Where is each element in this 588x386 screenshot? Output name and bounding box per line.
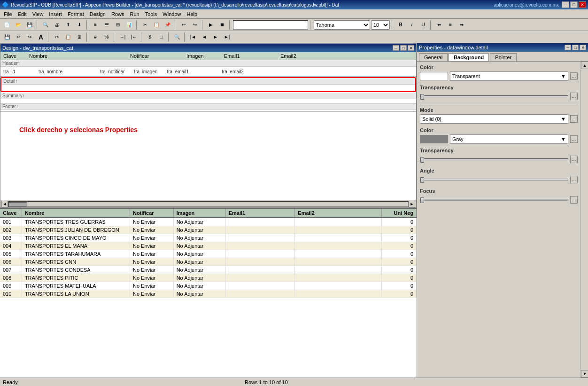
scroll-thumb[interactable] <box>8 202 27 207</box>
tb2-font[interactable]: A <box>36 32 46 42</box>
menu-format[interactable]: Format <box>65 10 87 18</box>
detail-button[interactable]: ☰ <box>101 20 112 30</box>
design-close-btn[interactable]: ✕ <box>408 45 414 51</box>
table-row[interactable]: 003 TRANSPORTES CINCO DE MAYO No Enviar … <box>0 234 417 242</box>
save-button[interactable]: 💾 <box>24 20 35 30</box>
table-row[interactable]: 006 TRANSPORTES CNN No Enviar No Adjunta… <box>0 258 417 266</box>
menu-design[interactable]: Design <box>87 10 108 18</box>
props-minimize-btn[interactable]: ─ <box>565 45 571 50</box>
down-button[interactable]: ⬇ <box>74 20 85 30</box>
tb2-copy[interactable]: 📋 <box>63 32 73 42</box>
list-button[interactable]: ≡ <box>90 20 101 30</box>
scroll-right-btn[interactable]: ► <box>409 201 415 207</box>
menu-view[interactable]: View <box>30 10 46 18</box>
transparency1-edit[interactable]: … <box>570 93 578 100</box>
table-row[interactable]: 002 TRANSPORTES JULIAN DE OBREGON No Env… <box>0 226 417 234</box>
align-center-button[interactable]: ≡ <box>445 20 456 30</box>
slider2-knob[interactable] <box>420 157 424 163</box>
angle-knob[interactable] <box>420 177 424 183</box>
menu-edit[interactable]: Edit <box>15 10 30 18</box>
print-button[interactable]: 🖨 <box>52 20 62 30</box>
tb2-cut[interactable]: ✂ <box>52 32 62 42</box>
align-left-button[interactable]: ⬅ <box>434 20 444 30</box>
props-scroll-down[interactable]: ▼ <box>581 370 588 378</box>
tb2-border[interactable]: □ <box>156 32 166 42</box>
stop-button[interactable]: ⏹ <box>217 20 227 30</box>
menu-run[interactable]: Run <box>127 10 142 18</box>
table-row[interactable]: 001 TRANSPORTES TRES GUERRAS No Enviar N… <box>0 218 417 226</box>
close-button[interactable]: ✕ <box>579 1 586 8</box>
new-button[interactable]: 📄 <box>2 20 12 30</box>
mode-dropdown[interactable]: Solid (0) ▼ <box>420 114 568 124</box>
tb2-dollar[interactable]: $ <box>145 32 155 42</box>
cut-button[interactable]: ✂ <box>140 20 150 30</box>
focus-knob[interactable] <box>420 197 424 203</box>
report-button[interactable]: 📊 <box>124 20 134 30</box>
props-close-btn[interactable]: ✕ <box>580 45 586 50</box>
maximize-button[interactable]: □ <box>570 1 578 8</box>
menu-window[interactable]: Window <box>160 10 184 18</box>
underline-button[interactable]: U <box>418 20 428 30</box>
table-row[interactable]: 007 TRANSPORTES CONDESA No Enviar No Adj… <box>0 266 417 274</box>
table-row[interactable]: 004 TRANSPORTES EL MANA No Enviar No Adj… <box>0 242 417 250</box>
horizontal-scrollbar[interactable]: ◄ ► <box>0 200 416 207</box>
transparency2-edit[interactable]: … <box>570 156 578 163</box>
tb2-indent[interactable]: →| <box>117 32 128 42</box>
tab-background[interactable]: Background <box>449 53 489 61</box>
table-row[interactable]: 010 TRANSPORTES LA UNION No Enviar No Ad… <box>0 290 417 298</box>
undo-button[interactable]: ↩ <box>178 20 189 30</box>
menu-rows[interactable]: Rows <box>108 10 127 18</box>
gray-dropdown[interactable]: Gray ▼ <box>450 134 568 144</box>
bold-button[interactable]: B <box>395 20 406 30</box>
table-row[interactable]: 005 TRANSPORTES TARAHUMARA No Enviar No … <box>0 250 417 258</box>
icon-button[interactable]: ⊞ <box>113 20 123 30</box>
tab-general[interactable]: General <box>419 53 448 61</box>
tb2-pct[interactable]: % <box>101 32 112 42</box>
props-maximize-btn[interactable]: □ <box>572 45 579 50</box>
scroll-track[interactable] <box>8 201 409 207</box>
menu-tools[interactable]: Tools <box>142 10 160 18</box>
tb2-btn2[interactable]: ↩ <box>13 32 23 42</box>
tb2-nav4[interactable]: ►| <box>222 32 232 42</box>
table-row[interactable]: 009 TRANSPORTES MATEHUALA No Enviar No A… <box>0 282 417 290</box>
up-button[interactable]: ⬆ <box>63 20 73 30</box>
italic-button[interactable]: I <box>407 20 417 30</box>
font-size-selector[interactable]: 10 <box>371 20 390 30</box>
angle-edit[interactable]: … <box>570 176 578 183</box>
tb2-nav1[interactable]: |◄ <box>188 32 198 42</box>
transparency1-slider[interactable] <box>420 93 568 100</box>
menu-help[interactable]: Help <box>184 10 200 18</box>
search-input[interactable] <box>233 20 308 30</box>
tb2-outdent[interactable]: |← <box>129 32 139 42</box>
scroll-left-btn[interactable]: ◄ <box>1 201 8 207</box>
design-maximize-btn[interactable]: □ <box>400 45 407 51</box>
menu-insert[interactable]: Insert <box>46 10 65 18</box>
transparent-dropdown[interactable]: Transparent ▼ <box>450 71 568 81</box>
align-right-button[interactable]: ➡ <box>456 20 467 30</box>
color2-edit-btn[interactable]: … <box>570 135 578 143</box>
font-selector[interactable]: Tahoma <box>314 20 370 30</box>
tb2-zoom[interactable]: 🔍 <box>172 32 182 42</box>
design-detail-section[interactable]: Detail↑ <box>0 77 416 92</box>
copy-button[interactable]: 📋 <box>151 20 162 30</box>
props-scroll-track[interactable] <box>581 69 588 370</box>
preview-button[interactable]: 🔍 <box>40 20 51 30</box>
transparency2-slider[interactable] <box>420 156 568 163</box>
open-button[interactable]: 📂 <box>13 20 23 30</box>
table-row[interactable]: 008 TRANSPORTES PITIC No Enviar No Adjun… <box>0 274 417 282</box>
tab-pointer[interactable]: Pointer <box>490 53 517 61</box>
play-button[interactable]: ▶ <box>206 20 216 30</box>
tb2-num[interactable]: # <box>90 32 101 42</box>
angle-slider[interactable] <box>420 176 568 183</box>
tb2-btn3[interactable]: ↪ <box>24 32 35 42</box>
design-minimize-btn[interactable]: ─ <box>393 45 399 51</box>
tb2-btn6[interactable]: ⊞ <box>74 32 85 42</box>
focus-slider[interactable] <box>420 197 568 203</box>
color1-edit-btn[interactable]: … <box>570 72 578 80</box>
minimize-button[interactable]: ─ <box>562 1 569 8</box>
menu-file[interactable]: File <box>1 10 15 18</box>
mode-edit-btn[interactable]: … <box>570 115 578 123</box>
slider1-knob[interactable] <box>420 94 424 100</box>
paste-button[interactable]: 📌 <box>162 20 173 30</box>
redo-button[interactable]: ↪ <box>190 20 200 30</box>
